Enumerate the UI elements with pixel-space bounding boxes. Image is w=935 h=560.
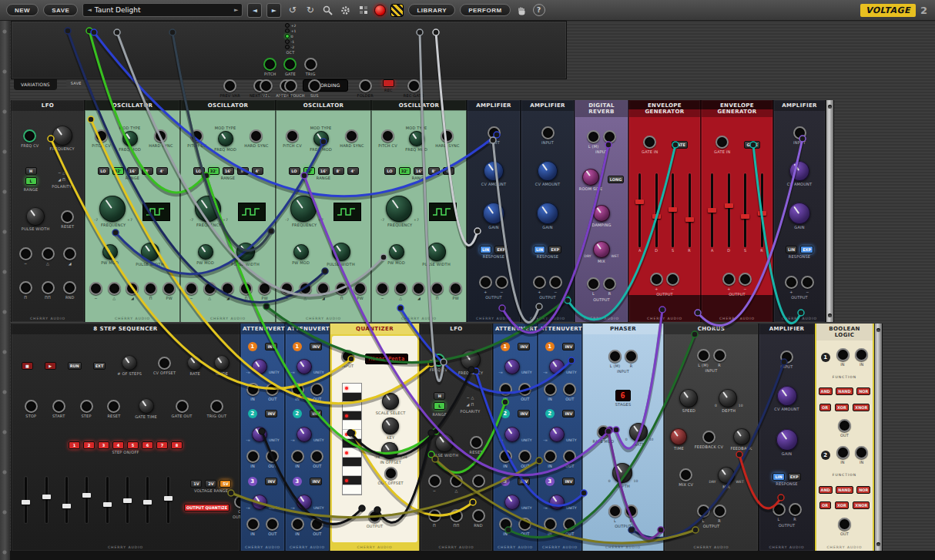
freq-mod-knob[interactable]: [218, 131, 233, 146]
item-jack[interactable]: [549, 276, 562, 289]
in-jack[interactable]: [836, 446, 850, 459]
slider-7[interactable]: [143, 477, 152, 523]
input-jack[interactable]: [793, 126, 806, 139]
slider-A[interactable]: [708, 173, 716, 247]
inv-button[interactable]: INV: [518, 478, 530, 485]
+-jack[interactable]: [785, 276, 798, 289]
pitch-cv-jack[interactable]: [95, 129, 108, 143]
nand-button[interactable]: NAND: [836, 387, 853, 395]
item-jack[interactable]: [801, 276, 814, 289]
preset-selector[interactable]: ◄ Taunt Delight ►: [82, 3, 243, 17]
record-button[interactable]: [374, 5, 386, 16]
item-jack[interactable]: [63, 247, 76, 260]
1v-button[interactable]: 1V: [190, 480, 202, 488]
4-button[interactable]: 4': [347, 167, 359, 175]
4-button[interactable]: 4': [443, 167, 454, 175]
gain-knob[interactable]: [776, 429, 798, 451]
r-jack[interactable]: [603, 130, 616, 143]
in-jack[interactable]: [836, 348, 850, 361]
knob-knob[interactable]: [504, 359, 520, 374]
32-button[interactable]: 32': [303, 167, 315, 175]
zoom-icon[interactable]: [321, 4, 334, 17]
l-jack[interactable]: [772, 503, 786, 516]
item-jack[interactable]: [450, 474, 463, 488]
glide-knob[interactable]: [214, 355, 230, 371]
in-jack[interactable]: [291, 383, 304, 396]
hard-sync-jack[interactable]: [345, 129, 358, 143]
l-m-jack[interactable]: [608, 350, 622, 363]
rate-knob[interactable]: [629, 423, 648, 441]
l-jack[interactable]: [608, 505, 622, 518]
4-button[interactable]: 4': [252, 167, 263, 175]
reset-jack[interactable]: [107, 400, 120, 413]
lo-button[interactable]: LO: [193, 167, 205, 175]
pitch-cv-jack[interactable]: [190, 129, 203, 143]
slider-S[interactable]: [741, 173, 749, 247]
16-button[interactable]: 16': [223, 167, 234, 175]
in-jack[interactable]: [246, 450, 260, 463]
knob-knob[interactable]: [252, 359, 267, 374]
waveform-display[interactable]: [333, 203, 361, 221]
out-jack[interactable]: [310, 450, 323, 463]
out-offset-jack[interactable]: [384, 467, 397, 480]
after-touch-jack[interactable]: [284, 79, 297, 92]
key-knob[interactable]: [382, 417, 399, 434]
save-button[interactable]: SAVE: [43, 4, 78, 16]
in-jack[interactable]: [246, 518, 260, 531]
lin-button[interactable]: LIN: [786, 246, 797, 253]
pw-jack[interactable]: [258, 282, 271, 295]
lo-button[interactable]: LO: [98, 167, 109, 175]
4-button[interactable]: 4: [112, 441, 124, 449]
+-jack[interactable]: [479, 276, 492, 289]
item-jack[interactable]: [203, 282, 216, 295]
16-button[interactable]: 16': [414, 167, 425, 175]
l-button[interactable]: L: [25, 177, 37, 185]
back-button[interactable]: ◄: [247, 3, 262, 18]
knob-knob[interactable]: [297, 495, 312, 510]
nor-button[interactable]: NOR: [856, 387, 870, 395]
slider-1[interactable]: [22, 477, 30, 523]
inv-button[interactable]: INV: [562, 410, 575, 417]
inv-button[interactable]: INV: [518, 410, 530, 417]
gate-out-jack[interactable]: [176, 400, 189, 413]
rec-button[interactable]: [383, 79, 394, 87]
+-jack[interactable]: [533, 276, 546, 289]
l-m-jack[interactable]: [587, 130, 600, 143]
gate-button[interactable]: GATE: [744, 141, 759, 149]
exp-button[interactable]: EXP: [788, 473, 801, 481]
r-jack[interactable]: [603, 277, 616, 290]
32-button[interactable]: 32': [208, 167, 220, 175]
inv-button[interactable]: INV: [310, 478, 322, 485]
l-button[interactable]: L: [434, 402, 445, 410]
8-button[interactable]: 8': [142, 167, 153, 175]
mix-knob[interactable]: [718, 467, 735, 484]
r-jack[interactable]: [713, 349, 726, 362]
in-jack[interactable]: [855, 446, 868, 459]
freq-mod-knob[interactable]: [122, 131, 138, 146]
folder-jack[interactable]: [359, 79, 372, 92]
knob-knob[interactable]: [252, 427, 267, 442]
of-steps-knob[interactable]: [122, 355, 137, 371]
slider-S[interactable]: [669, 173, 677, 247]
5v-button[interactable]: 5V: [220, 480, 231, 488]
start-jack[interactable]: [52, 400, 65, 413]
item-jack[interactable]: [450, 509, 463, 522]
out-jack[interactable]: [518, 450, 531, 463]
in-jack[interactable]: [544, 383, 557, 396]
slider-5[interactable]: [103, 477, 112, 523]
settings-gear-icon[interactable]: [339, 4, 352, 17]
undo-icon[interactable]: ↺: [286, 4, 299, 17]
cv-amount-knob[interactable]: [484, 161, 504, 181]
reset-jack[interactable]: [61, 210, 74, 223]
out-jack[interactable]: [563, 518, 576, 531]
output-jack[interactable]: [368, 510, 381, 523]
option-1[interactable]: -1: [285, 39, 297, 44]
out-jack[interactable]: [518, 518, 531, 531]
pulse-width-knob[interactable]: [427, 243, 446, 261]
16-button[interactable]: 16': [127, 167, 139, 175]
trig-jack[interactable]: [304, 58, 317, 71]
r-jack[interactable]: [713, 505, 726, 518]
slider-D[interactable]: [725, 173, 733, 247]
pw-jack[interactable]: [449, 282, 462, 295]
library-button[interactable]: LIBRARY: [408, 4, 455, 16]
